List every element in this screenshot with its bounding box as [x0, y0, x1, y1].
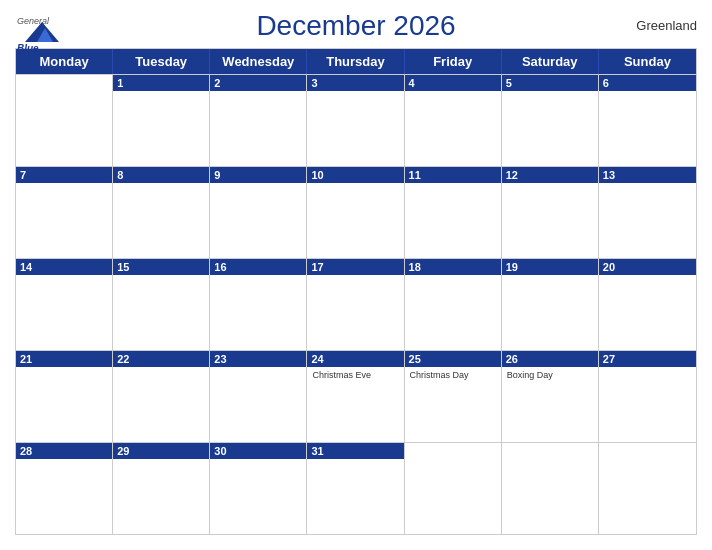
- calendar-header: General Blue December 2026 Greenland: [15, 10, 697, 42]
- week-row-4: 21222324Christmas Eve25Christmas Day26Bo…: [16, 350, 696, 442]
- day-cell: 19: [502, 259, 599, 350]
- day-cell: [502, 443, 599, 534]
- day-cell: 24Christmas Eve: [307, 351, 404, 442]
- day-number: 25: [405, 351, 501, 367]
- day-number: 4: [405, 75, 501, 91]
- day-number: 14: [16, 259, 112, 275]
- day-number: 24: [307, 351, 403, 367]
- day-header-friday: Friday: [405, 49, 502, 74]
- day-header-saturday: Saturday: [502, 49, 599, 74]
- calendar-container: General Blue December 2026 Greenland Mon…: [0, 0, 712, 550]
- day-cell: 2: [210, 75, 307, 166]
- day-cell: 8: [113, 167, 210, 258]
- day-cell: 5: [502, 75, 599, 166]
- day-number: 11: [405, 167, 501, 183]
- day-cell: 18: [405, 259, 502, 350]
- calendar-grid: MondayTuesdayWednesdayThursdayFridaySatu…: [15, 48, 697, 535]
- day-number: 13: [599, 167, 696, 183]
- day-cell: 12: [502, 167, 599, 258]
- title-block: December 2026: [256, 10, 455, 42]
- day-number: 17: [307, 259, 403, 275]
- day-cell: 11: [405, 167, 502, 258]
- day-cell: [405, 443, 502, 534]
- region-label: Greenland: [636, 18, 697, 33]
- day-number: 1: [113, 75, 209, 91]
- day-cell: 31: [307, 443, 404, 534]
- day-number: 18: [405, 259, 501, 275]
- day-cell: 9: [210, 167, 307, 258]
- day-number: 27: [599, 351, 696, 367]
- day-cell: 10: [307, 167, 404, 258]
- weeks-container: 123456789101112131415161718192021222324C…: [16, 74, 696, 534]
- day-cell: 14: [16, 259, 113, 350]
- day-number: 30: [210, 443, 306, 459]
- day-cell: 13: [599, 167, 696, 258]
- day-number: 9: [210, 167, 306, 183]
- svg-text:Blue: Blue: [17, 43, 39, 50]
- holiday-label: Christmas Day: [410, 370, 496, 381]
- week-row-3: 14151617181920: [16, 258, 696, 350]
- day-cell: 4: [405, 75, 502, 166]
- week-row-5: 28293031: [16, 442, 696, 534]
- holiday-label: Boxing Day: [507, 370, 593, 381]
- day-number: 19: [502, 259, 598, 275]
- day-cell: 17: [307, 259, 404, 350]
- month-title: December 2026: [256, 10, 455, 42]
- day-number: 16: [210, 259, 306, 275]
- day-cell: 15: [113, 259, 210, 350]
- day-number: 8: [113, 167, 209, 183]
- day-number: 7: [16, 167, 112, 183]
- day-cell: 1: [113, 75, 210, 166]
- day-cell: 29: [113, 443, 210, 534]
- day-header-monday: Monday: [16, 49, 113, 74]
- day-cell: [599, 443, 696, 534]
- day-number: 22: [113, 351, 209, 367]
- day-number: 28: [16, 443, 112, 459]
- day-number: 23: [210, 351, 306, 367]
- day-number: 2: [210, 75, 306, 91]
- day-cell: 25Christmas Day: [405, 351, 502, 442]
- day-cell: 16: [210, 259, 307, 350]
- day-header-thursday: Thursday: [307, 49, 404, 74]
- logo: General Blue: [15, 10, 70, 50]
- day-number: 6: [599, 75, 696, 91]
- day-cell: 22: [113, 351, 210, 442]
- day-number: 20: [599, 259, 696, 275]
- day-number: 10: [307, 167, 403, 183]
- day-cell: 7: [16, 167, 113, 258]
- day-number: 29: [113, 443, 209, 459]
- day-cell: [16, 75, 113, 166]
- day-cell: 3: [307, 75, 404, 166]
- svg-text:General: General: [17, 16, 50, 26]
- week-row-1: 123456: [16, 74, 696, 166]
- day-cell: 21: [16, 351, 113, 442]
- day-cell: 26Boxing Day: [502, 351, 599, 442]
- logo-icon: General Blue: [15, 10, 70, 50]
- day-headers-row: MondayTuesdayWednesdayThursdayFridaySatu…: [16, 49, 696, 74]
- day-cell: 28: [16, 443, 113, 534]
- day-header-wednesday: Wednesday: [210, 49, 307, 74]
- day-number: 15: [113, 259, 209, 275]
- day-header-sunday: Sunday: [599, 49, 696, 74]
- day-number: 12: [502, 167, 598, 183]
- holiday-label: Christmas Eve: [312, 370, 398, 381]
- day-cell: 6: [599, 75, 696, 166]
- day-number: 21: [16, 351, 112, 367]
- day-number: 26: [502, 351, 598, 367]
- day-cell: 23: [210, 351, 307, 442]
- week-row-2: 78910111213: [16, 166, 696, 258]
- day-header-tuesday: Tuesday: [113, 49, 210, 74]
- day-cell: 30: [210, 443, 307, 534]
- day-number: 3: [307, 75, 403, 91]
- day-number: 31: [307, 443, 403, 459]
- day-number: 5: [502, 75, 598, 91]
- day-cell: 20: [599, 259, 696, 350]
- day-cell: 27: [599, 351, 696, 442]
